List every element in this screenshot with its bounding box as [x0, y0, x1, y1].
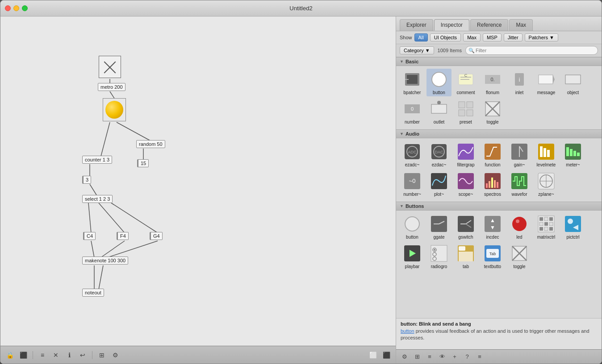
obj-label-object: object [567, 90, 579, 95]
toolbar-sep-2 [92, 351, 92, 359]
maximize-button[interactable] [22, 5, 28, 11]
obj-item-levelmete[interactable]: levelmete [534, 141, 559, 169]
panel-add-icon[interactable]: + [450, 352, 460, 362]
trigger-box[interactable] [99, 56, 121, 78]
obj-item-radiogro[interactable]: radiogro [426, 243, 452, 270]
svg-rect-92 [549, 217, 553, 221]
panel-eye-icon[interactable]: 👁 [437, 352, 447, 362]
obj-item-gain[interactable]: gain~ [507, 141, 532, 169]
panel-grid-icon[interactable]: ⊞ [412, 352, 422, 362]
close-patcher-button[interactable]: ✕ [50, 350, 62, 360]
panel-bottom-bar: ⚙ ⊞ ≡ 👁 + ? ≡ [396, 349, 602, 364]
window-title: Untitled2 [289, 5, 312, 12]
svg-rect-95 [549, 222, 553, 226]
select-obj[interactable]: select 1 2 3 [82, 195, 113, 203]
obj-item-comment[interactable]: Ccomment [453, 69, 478, 96]
obj-item-pictctrl[interactable]: pictctrl [560, 213, 585, 241]
obj-label-filtergrap: filtergrap [457, 162, 475, 168]
panel-menu-icon[interactable]: ≡ [475, 352, 485, 362]
obj-item-plot[interactable]: plot~ [426, 170, 452, 198]
obj-item-toggle[interactable]: toggle [480, 98, 505, 126]
obj-item-outlet[interactable]: outlet [426, 98, 452, 126]
obj-item-bpatcher[interactable]: bpatcher [400, 69, 425, 96]
metro-obj[interactable]: metro 200 [98, 83, 125, 91]
noteout-obj[interactable]: noteout [82, 289, 104, 297]
back-button[interactable]: ↩ [77, 350, 88, 360]
obj-item-gswitch[interactable]: gswitch [453, 213, 478, 241]
filter-ui-objects[interactable]: UI Objects [430, 33, 461, 41]
obj-item-object[interactable]: object [560, 69, 585, 96]
random-obj[interactable]: random 50 [136, 140, 165, 148]
obj-item-tab[interactable]: tab [453, 243, 478, 270]
single-pane-button[interactable]: ⬜ [367, 350, 379, 360]
obj-item-spectros[interactable]: spectros [480, 170, 505, 198]
present-button[interactable]: ⬛ [17, 350, 29, 360]
obj-item-function[interactable]: function [480, 141, 505, 169]
c4-obj[interactable]: C4 [83, 232, 96, 240]
obj-item-filtergrap[interactable]: filtergrap [453, 141, 478, 169]
filter-max[interactable]: Max [463, 33, 481, 41]
obj-item-ggate[interactable]: ggate [426, 213, 452, 241]
obj-item-preset[interactable]: preset [453, 98, 478, 126]
section-header-basic[interactable]: ▼Basic [396, 57, 602, 66]
search-wrap: 🔍 [465, 46, 598, 55]
section-header-buttons[interactable]: ▼Buttons [396, 202, 602, 211]
makenote-obj[interactable]: makenote 100 300 [82, 256, 128, 265]
objects-panel[interactable]: ▼BasicbpatcherbuttonCcomment0.flonumiinl… [396, 57, 602, 318]
obj-item-button[interactable]: button [426, 69, 452, 96]
obj-item-scope[interactable]: scope~ [453, 170, 478, 198]
close-button[interactable] [5, 5, 11, 11]
tab-reference[interactable]: Reference [470, 19, 508, 31]
panel-help-icon[interactable]: ? [462, 352, 472, 362]
sidebar-button[interactable]: ≡ [37, 350, 48, 360]
obj-item-inlet[interactable]: iinlet [507, 69, 532, 96]
filter-patchers[interactable]: Patchers ▼ [525, 33, 558, 41]
obj-item-toggle2[interactable]: toggle [507, 243, 532, 270]
panel-settings-icon[interactable]: ⚙ [400, 352, 410, 362]
msg15-obj[interactable]: 15 [137, 159, 149, 167]
obj-item-numbertilde[interactable]: ~0number~ [400, 170, 425, 198]
grid-button[interactable]: ⊞ [96, 350, 108, 360]
split-pane-button[interactable]: ⬛ [380, 350, 392, 360]
tab-explorer[interactable]: Explorer [400, 19, 433, 31]
obj-item-meter[interactable]: meter~ [560, 141, 585, 169]
lock-button[interactable]: 🔒 [4, 350, 16, 360]
obj-label-playbar: playbar [405, 264, 420, 269]
filter-all[interactable]: All [414, 33, 428, 41]
tab-inspector[interactable]: Inspector [434, 19, 469, 31]
filter-jitter[interactable]: Jitter [504, 33, 523, 41]
obj-item-playbar[interactable]: playbar [400, 243, 425, 270]
minimize-button[interactable] [13, 5, 19, 11]
button-obj[interactable] [103, 98, 126, 121]
f4-obj[interactable]: F4 [117, 232, 129, 240]
info-button[interactable]: ℹ [63, 350, 75, 360]
obj-item-incdec[interactable]: ▲▼incdec [480, 213, 505, 241]
obj-item-matrixctrl[interactable]: matrixctrl [534, 213, 559, 241]
search-input[interactable] [465, 46, 598, 55]
obj-label-preset: preset [460, 120, 472, 125]
panel-list-icon[interactable]: ≡ [425, 352, 435, 362]
obj-item-btn-button[interactable]: button [400, 213, 425, 241]
g4-obj[interactable]: G4 [150, 232, 163, 240]
obj-item-textbutto[interactable]: Tabtextbutto [480, 243, 505, 270]
obj-item-number[interactable]: 0number [400, 98, 425, 126]
obj-item-led[interactable]: led [507, 213, 532, 241]
obj-item-zplane[interactable]: zplane~ [534, 170, 559, 198]
obj-item-message[interactable]: message [534, 69, 559, 96]
settings-button[interactable]: ⚙ [109, 350, 121, 360]
obj-item-ezadc[interactable]: ADCezadc~ [400, 141, 425, 169]
section-header-audio[interactable]: ▼Audio [396, 129, 602, 138]
description-link[interactable]: button [401, 328, 414, 334]
svg-rect-68 [491, 178, 493, 188]
canvas-content[interactable]: metro 200 random 50 15 counter 1 3 [0, 17, 396, 346]
counter-obj[interactable]: counter 1 3 [82, 156, 112, 164]
canvas-area[interactable]: metro 200 random 50 15 counter 1 3 [0, 17, 396, 364]
num3-obj[interactable]: 3 [82, 176, 91, 184]
obj-label-pictctrl: pictctrl [567, 235, 580, 240]
filter-msp[interactable]: MSP [483, 33, 502, 41]
tab-max[interactable]: Max [509, 19, 533, 31]
obj-item-wavefor[interactable]: wavefor [507, 170, 532, 198]
category-button[interactable]: Category ▼ [400, 46, 434, 54]
obj-item-flonum[interactable]: 0.flonum [480, 69, 505, 96]
obj-item-ezdac[interactable]: DACezdac~ [426, 141, 452, 169]
